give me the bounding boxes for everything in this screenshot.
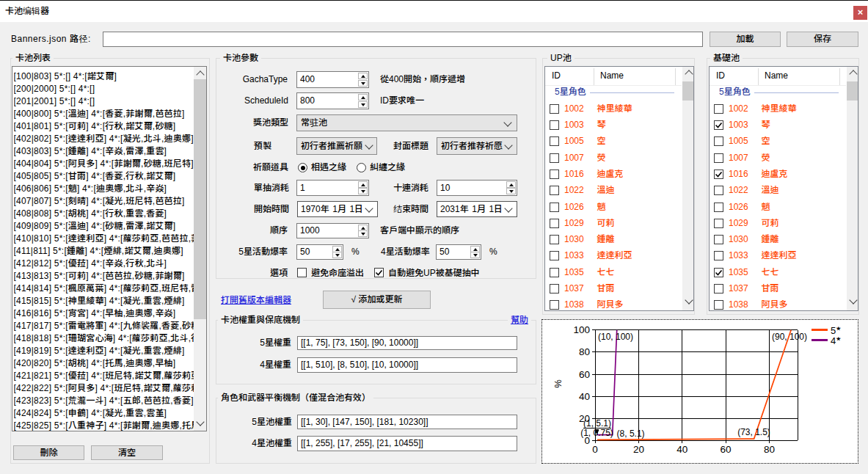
svg-text:60: 60 — [579, 369, 590, 380]
svg-text:★: ★ — [836, 326, 842, 331]
svg-text:80: 80 — [764, 444, 775, 455]
svg-text:40: 40 — [579, 391, 590, 402]
svg-text:★: ★ — [836, 336, 842, 341]
svg-text:20: 20 — [633, 444, 644, 455]
svg-text:40: 40 — [676, 444, 688, 455]
svg-text:5: 5 — [831, 325, 836, 336]
svg-text:4: 4 — [831, 335, 836, 346]
svg-text:(90, 100): (90, 100) — [772, 332, 807, 342]
svg-text:100: 100 — [573, 324, 590, 335]
svg-text:(8, 5.1): (8, 5.1) — [617, 429, 645, 439]
svg-text:%: % — [552, 379, 564, 388]
svg-text:60: 60 — [721, 444, 732, 455]
svg-text:80: 80 — [579, 346, 590, 357]
svg-text:(10, 100): (10, 100) — [598, 332, 633, 342]
svg-text:(73, 1.5): (73, 1.5) — [737, 427, 770, 437]
svg-text:0: 0 — [592, 444, 598, 455]
